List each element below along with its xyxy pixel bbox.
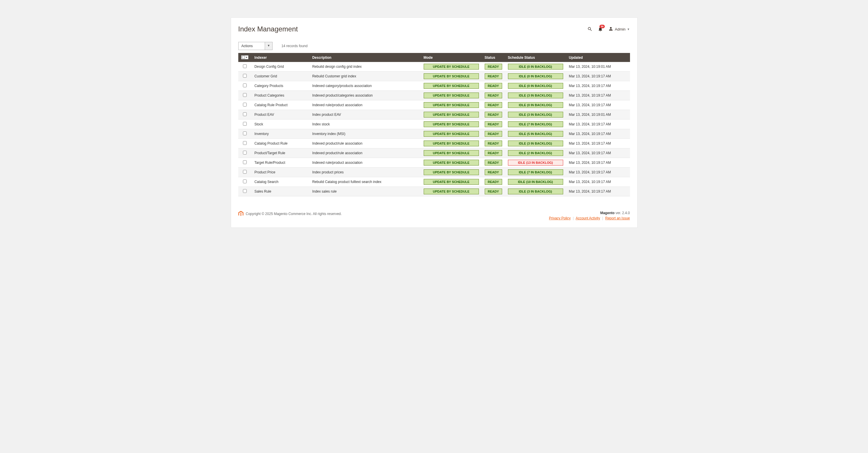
col-schedule-status: Schedule Status — [505, 53, 566, 62]
table-row: Target Rule/ProductIndexed rule/product … — [238, 158, 630, 168]
mode-badge: UPDATE BY SCHEDULE — [424, 189, 479, 194]
user-icon — [608, 26, 614, 32]
mode-badge: UPDATE BY SCHEDULE — [424, 169, 479, 175]
mode-badge: UPDATE BY SCHEDULE — [424, 141, 479, 146]
status-badge: READY — [485, 179, 502, 185]
table-row: Design Config GridRebuild design config … — [238, 62, 630, 72]
row-checkbox[interactable] — [243, 93, 247, 97]
schedule-badge: IDLE (3 IN BACKLOG) — [508, 141, 563, 146]
admin-user-label: Admin — [615, 27, 626, 31]
admin-user-menu[interactable]: Admin ▼ — [608, 26, 630, 32]
table-row: Product PriceIndex product pricesUPDATE … — [238, 168, 630, 177]
magento-logo-icon — [238, 211, 244, 217]
chevron-down-icon: ▼ — [627, 28, 630, 31]
cell-description: Index product prices — [309, 168, 421, 177]
cell-updated: Mar 13, 2024, 10:19:17 AM — [566, 177, 630, 187]
cell-description: Indexed product/rule association — [309, 139, 421, 148]
cell-description: Indexed category/products association — [309, 81, 421, 91]
notification-icon[interactable]: 39 — [598, 26, 603, 32]
row-checkbox[interactable] — [243, 179, 247, 183]
cell-description: Indexed rule/product association — [309, 158, 421, 168]
schedule-badge: IDLE (5 IN BACKLOG) — [508, 131, 563, 137]
row-checkbox[interactable] — [243, 170, 247, 174]
mode-badge: UPDATE BY SCHEDULE — [424, 92, 479, 98]
cell-description: Indexed rule/product association — [309, 101, 421, 110]
page-title: Index Management — [238, 25, 298, 33]
status-badge: READY — [485, 102, 502, 108]
row-checkbox[interactable] — [243, 103, 247, 107]
cell-indexer: Product EAV — [251, 110, 309, 120]
col-description: Description — [309, 53, 421, 62]
mode-badge: UPDATE BY SCHEDULE — [424, 102, 479, 108]
cell-description: Rebuild design config grid index — [309, 62, 421, 72]
cell-updated: Mar 13, 2024, 10:19:17 AM — [566, 148, 630, 158]
table-row: Catalog Product RuleIndexed product/rule… — [238, 139, 630, 148]
mode-badge: UPDATE BY SCHEDULE — [424, 64, 479, 69]
mode-badge: UPDATE BY SCHEDULE — [424, 121, 479, 127]
cell-description: Index product EAV — [309, 110, 421, 120]
table-row: Customer GridRebuild Customer grid index… — [238, 72, 630, 81]
status-badge: READY — [485, 73, 502, 79]
cell-indexer: Catalog Product Rule — [251, 139, 309, 148]
privacy-policy-link[interactable]: Privacy Policy — [549, 216, 571, 220]
select-all-checkbox[interactable]: ▼ — [241, 55, 249, 59]
schedule-badge: IDLE (13 IN BACKLOG) — [508, 160, 563, 166]
table-row: Product CategoriesIndexed product/catego… — [238, 91, 630, 101]
row-checkbox[interactable] — [243, 132, 247, 135]
cell-description: Inventory index (MSI) — [309, 129, 421, 139]
row-checkbox[interactable] — [243, 141, 247, 145]
select-all-header[interactable]: ▼ — [238, 53, 252, 62]
schedule-badge: IDLE (0 IN BACKLOG) — [508, 83, 563, 89]
table-row: Catalog Rule ProductIndexed rule/product… — [238, 101, 630, 110]
table-row: Product/Target RuleIndexed product/rule … — [238, 148, 630, 158]
schedule-badge: IDLE (0 IN BACKLOG) — [508, 102, 563, 108]
cell-updated: Mar 13, 2024, 10:19:17 AM — [566, 187, 630, 196]
row-checkbox[interactable] — [243, 64, 247, 68]
schedule-badge: IDLE (3 IN BACKLOG) — [508, 92, 563, 98]
report-issue-link[interactable]: Report an Issue — [605, 216, 630, 220]
cell-description: Index sales rule — [309, 187, 421, 196]
status-badge: READY — [485, 150, 502, 156]
cell-updated: Mar 13, 2024, 10:19:17 AM — [566, 101, 630, 110]
cell-updated: Mar 13, 2024, 10:19:17 AM — [566, 72, 630, 81]
cell-updated: Mar 13, 2024, 10:19:01 AM — [566, 110, 630, 120]
cell-indexer: Catalog Search — [251, 177, 309, 187]
mode-badge: UPDATE BY SCHEDULE — [424, 131, 479, 137]
mode-badge: UPDATE BY SCHEDULE — [424, 83, 479, 89]
row-checkbox[interactable] — [243, 122, 247, 126]
table-row: StockIndex stockUPDATE BY SCHEDULEREADYI… — [238, 120, 630, 129]
status-badge: READY — [485, 121, 502, 127]
records-count: 14 records found — [281, 44, 307, 48]
cell-updated: Mar 13, 2024, 10:19:17 AM — [566, 168, 630, 177]
cell-updated: Mar 13, 2024, 10:19:17 AM — [566, 81, 630, 91]
cell-indexer: Catalog Rule Product — [251, 101, 309, 110]
search-icon[interactable] — [587, 26, 592, 32]
schedule-badge: IDLE (3 IN BACKLOG) — [508, 112, 563, 117]
cell-updated: Mar 13, 2024, 10:19:17 AM — [566, 139, 630, 148]
row-checkbox[interactable] — [243, 189, 247, 193]
status-badge: READY — [485, 112, 502, 117]
cell-indexer: Sales Rule — [251, 187, 309, 196]
row-checkbox[interactable] — [243, 74, 247, 78]
cell-updated: Mar 13, 2024, 10:19:17 AM — [566, 120, 630, 129]
mode-badge: UPDATE BY SCHEDULE — [424, 73, 479, 79]
schedule-badge: IDLE (2 IN BACKLOG) — [508, 150, 563, 156]
mode-badge: UPDATE BY SCHEDULE — [424, 150, 479, 156]
row-checkbox[interactable] — [243, 151, 247, 154]
cell-indexer: Stock — [251, 120, 309, 129]
status-badge: READY — [485, 189, 502, 194]
cell-updated: Mar 13, 2024, 10:19:01 AM — [566, 62, 630, 72]
cell-indexer: Product Categories — [251, 91, 309, 101]
status-badge: READY — [485, 83, 502, 89]
row-checkbox[interactable] — [243, 160, 247, 164]
row-checkbox[interactable] — [243, 112, 247, 116]
mode-badge: UPDATE BY SCHEDULE — [424, 112, 479, 117]
col-mode: Mode — [421, 53, 482, 62]
chevron-down-icon: ▼ — [265, 42, 273, 50]
status-badge: READY — [485, 131, 502, 137]
row-checkbox[interactable] — [243, 84, 247, 87]
account-activity-link[interactable]: Account Activity — [576, 216, 600, 220]
table-row: Catalog SearchRebuild Catalog product fu… — [238, 177, 630, 187]
actions-dropdown[interactable]: Actions ▼ — [238, 42, 273, 50]
schedule-badge: IDLE (7 IN BACKLOG) — [508, 169, 563, 175]
